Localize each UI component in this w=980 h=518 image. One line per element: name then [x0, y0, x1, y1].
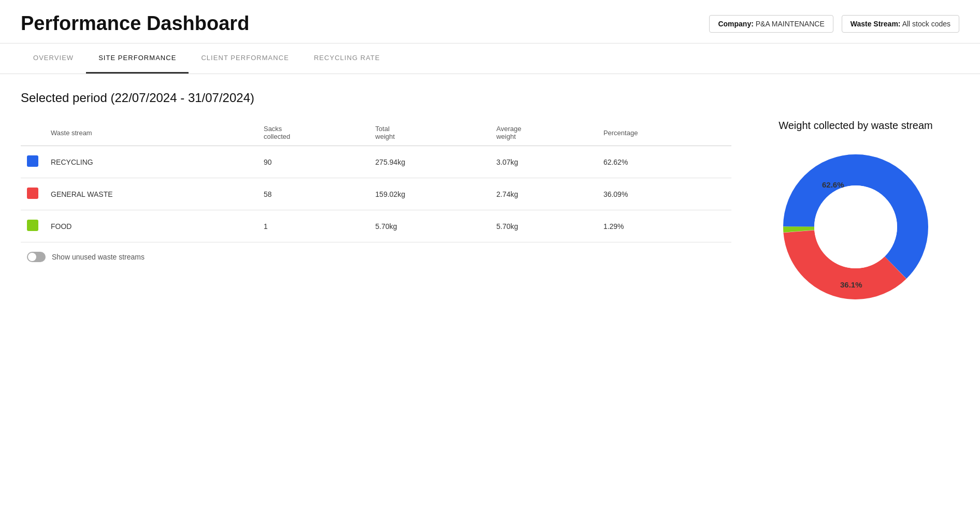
waste-table: Waste stream Sackscollected Totalweight …: [21, 120, 731, 242]
table-row: FOOD 1 5.70kg 5.70kg 1.29%: [21, 210, 731, 242]
col-total-weight: Totalweight: [369, 120, 491, 146]
company-value: P&A MAINTENANCE: [756, 20, 825, 28]
col-swatch: [21, 120, 45, 146]
svg-point-1: [814, 185, 897, 268]
header-filters: Company: P&A MAINTENANCE Waste Stream: A…: [709, 15, 959, 33]
donut-chart: 62.6% 36.1%: [773, 144, 939, 310]
company-filter[interactable]: Company: P&A MAINTENANCE: [709, 15, 833, 33]
tab-recycling-rate[interactable]: RECYCLING RATE: [301, 44, 393, 74]
row-sacks: 1: [257, 210, 369, 242]
table-row: GENERAL WASTE 58 159.02kg 2.74kg 36.09%: [21, 178, 731, 210]
content-area: Waste stream Sackscollected Totalweight …: [21, 120, 959, 310]
col-percentage: Percentage: [597, 120, 731, 146]
chart-area: Weight collected by waste stream 62.6% 3…: [752, 120, 959, 310]
row-waste-stream: FOOD: [45, 210, 257, 242]
page-title: Performance Dashboard: [21, 12, 249, 35]
table-header-row: Waste stream Sackscollected Totalweight …: [21, 120, 731, 146]
row-avg-weight: 3.07kg: [490, 146, 597, 178]
col-avg-weight: Averageweight: [490, 120, 597, 146]
main-content: Selected period (22/07/2024 - 31/07/2024…: [0, 74, 980, 326]
toggle-row: Show unused waste streams: [21, 242, 731, 271]
row-sacks: 90: [257, 146, 369, 178]
company-label: Company:: [718, 20, 753, 28]
row-percentage: 62.62%: [597, 146, 731, 178]
row-avg-weight: 2.74kg: [490, 178, 597, 210]
row-sacks: 58: [257, 178, 369, 210]
chart-title: Weight collected by waste stream: [779, 120, 933, 132]
tab-bar: OVERVIEW SITE PERFORMANCE CLIENT PERFORM…: [0, 44, 980, 74]
col-waste-stream: Waste stream: [45, 120, 257, 146]
table-row: RECYCLING 90 275.94kg 3.07kg 62.62%: [21, 146, 731, 178]
color-swatch: [27, 220, 38, 231]
tab-client-performance[interactable]: CLIENT PERFORMANCE: [189, 44, 301, 74]
row-avg-weight: 5.70kg: [490, 210, 597, 242]
period-title: Selected period (22/07/2024 - 31/07/2024…: [21, 91, 959, 105]
waste-table-area: Waste stream Sackscollected Totalweight …: [21, 120, 731, 271]
row-waste-stream: GENERAL WASTE: [45, 178, 257, 210]
row-swatch-cell: [21, 146, 45, 178]
toggle-label: Show unused waste streams: [52, 253, 145, 261]
row-total-weight: 159.02kg: [369, 178, 491, 210]
donut-svg: [773, 144, 939, 310]
waste-stream-value: All stock codes: [902, 20, 950, 28]
waste-stream-filter[interactable]: Waste Stream: All stock codes: [842, 15, 959, 33]
col-sacks: Sackscollected: [257, 120, 369, 146]
tab-overview[interactable]: OVERVIEW: [21, 44, 86, 74]
row-waste-stream: RECYCLING: [45, 146, 257, 178]
row-percentage: 1.29%: [597, 210, 731, 242]
row-swatch-cell: [21, 178, 45, 210]
color-swatch: [27, 155, 38, 167]
row-total-weight: 275.94kg: [369, 146, 491, 178]
tab-site-performance[interactable]: SITE PERFORMANCE: [86, 44, 189, 74]
color-swatch: [27, 188, 38, 199]
row-percentage: 36.09%: [597, 178, 731, 210]
row-total-weight: 5.70kg: [369, 210, 491, 242]
page-header: Performance Dashboard Company: P&A MAINT…: [0, 0, 980, 44]
waste-stream-label: Waste Stream:: [851, 20, 901, 28]
unused-streams-toggle[interactable]: [27, 252, 46, 262]
row-swatch-cell: [21, 210, 45, 242]
